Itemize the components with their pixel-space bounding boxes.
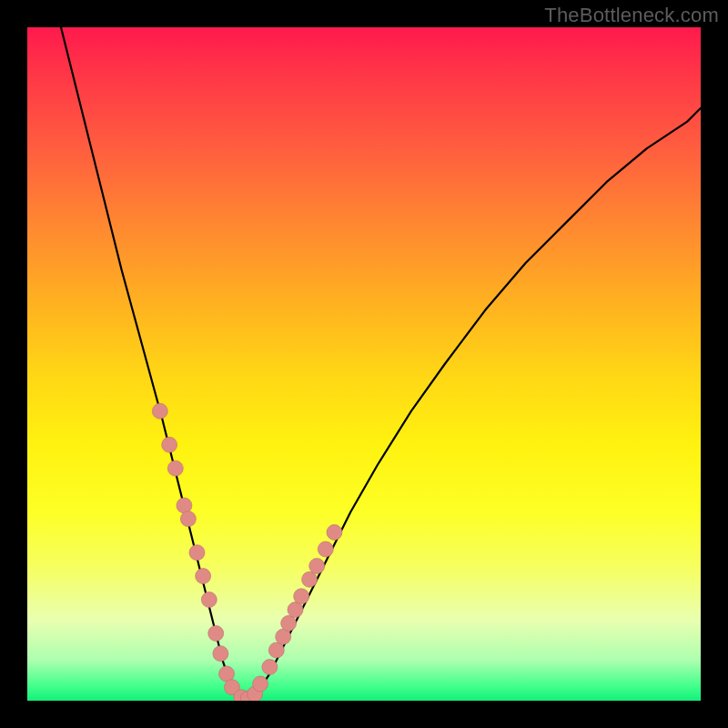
sample-dot xyxy=(288,602,303,618)
sample-dot xyxy=(201,592,217,608)
sample-dot xyxy=(318,541,333,557)
sample-dot xyxy=(213,646,228,662)
sample-dot xyxy=(302,571,318,587)
sample-dot xyxy=(167,460,183,476)
sample-dot xyxy=(152,403,167,419)
sample-dot xyxy=(208,626,224,642)
sample-dot xyxy=(180,511,196,527)
chart-frame: TheBottleneck.com xyxy=(0,0,728,728)
bottleneck-curve xyxy=(61,27,701,701)
sample-dot xyxy=(276,629,291,644)
sample-dot xyxy=(177,498,192,513)
sample-dot xyxy=(162,437,177,452)
sample-dot xyxy=(219,666,235,682)
sample-dots-group xyxy=(152,403,342,701)
sample-dot xyxy=(327,525,342,541)
sample-dot xyxy=(189,545,205,561)
sample-dot xyxy=(294,589,309,604)
sample-dot xyxy=(268,642,284,658)
plot-area xyxy=(27,27,701,701)
sample-dot xyxy=(309,559,325,574)
sample-dot xyxy=(196,569,211,584)
sample-dot xyxy=(262,660,278,675)
sample-dot xyxy=(253,676,268,692)
watermark-text: TheBottleneck.com xyxy=(544,4,719,27)
chart-svg xyxy=(27,27,701,701)
sample-dot xyxy=(281,615,297,631)
